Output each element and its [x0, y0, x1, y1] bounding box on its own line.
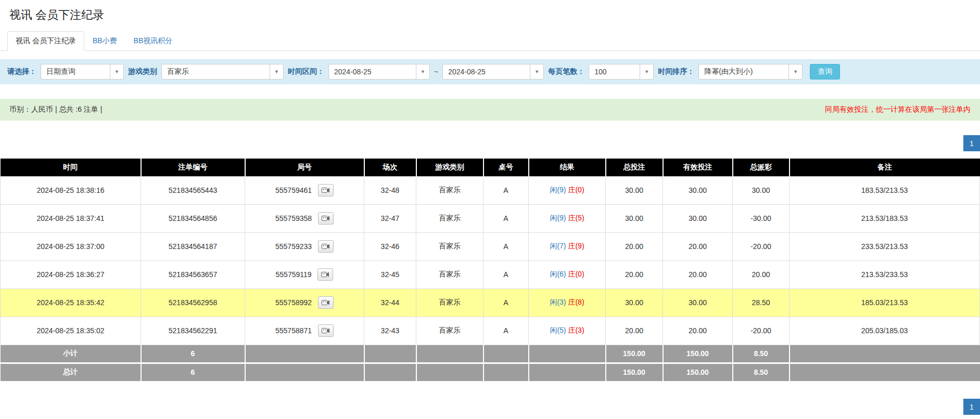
page-number-button[interactable]: 1 [963, 135, 980, 151]
game-type-value: 百家乐 [162, 67, 270, 76]
page-number-button[interactable]: 1 [963, 399, 980, 415]
total-bet-link[interactable]: 20.00 [606, 260, 663, 289]
result-player: 闲(9) [550, 214, 566, 222]
time-cell: 2024-08-25 18:36:27 [1, 260, 141, 289]
game-type-select[interactable]: 百家乐 ▼ [161, 64, 284, 80]
session-cell: 32-44 [364, 289, 416, 317]
result-cell: 闲(5) 庄(3) [529, 317, 606, 345]
video-replay-icon [322, 299, 330, 306]
date-range-label: 时间区间： [288, 67, 324, 76]
subtotal-label: 小计 [1, 345, 141, 363]
header-note: 备注 [790, 159, 980, 176]
tab-bb-video-points[interactable]: BB视讯积分 [125, 31, 181, 51]
search-button[interactable]: 查询 [810, 64, 840, 80]
chevron-down-icon[interactable]: ▼ [530, 64, 543, 79]
note-cell: 183.53/213.53 [790, 176, 980, 204]
round-id-cell: 555758992 [245, 289, 364, 317]
table-row: 2024-08-25 18:35:02 521834562291 5557588… [1, 317, 980, 345]
round-id-text: 555758871 [275, 326, 312, 335]
time-cell: 2024-08-25 18:37:00 [1, 232, 141, 260]
sort-order-select[interactable]: 降幂(由大到小) ▼ [698, 64, 803, 80]
table-row: 2024-08-25 18:37:00 521834564187 5557592… [1, 232, 980, 260]
video-replay-icon [322, 187, 330, 193]
payout-cell: 20.00 [733, 260, 790, 289]
video-replay-button[interactable] [318, 212, 334, 225]
query-type-value: 日期查询 [41, 67, 110, 76]
result-banker: 庄(0) [568, 186, 584, 194]
round-id-cell: 555759119 [245, 260, 364, 289]
summary-bar: 币别：人民币 | 总共 :6 注单 | 同局有效投注，统一计算在该局第一张注单内 [0, 99, 980, 121]
video-replay-button[interactable] [318, 296, 334, 309]
total-bet-link[interactable]: 20.00 [606, 317, 663, 345]
tab-bb-tips[interactable]: BB小费 [84, 31, 125, 51]
tab-betting-records[interactable]: 视讯 会员下注纪录 [7, 31, 84, 51]
chevron-down-icon[interactable]: ▼ [270, 64, 283, 79]
payout-cell: -20.00 [733, 317, 790, 345]
chevron-down-icon[interactable]: ▼ [640, 64, 653, 79]
valid-bet-cell: 30.00 [663, 176, 733, 204]
session-cell: 32-46 [364, 232, 416, 260]
table-no-cell: A [483, 204, 529, 232]
header-bet-id: 注单编号 [141, 159, 245, 176]
valid-bet-cell: 20.00 [663, 317, 733, 345]
result-banker: 庄(3) [568, 326, 584, 334]
round-id-text: 555759461 [275, 186, 312, 194]
subtotal-row: 小计 6 150.00 150.00 8.50 [1, 345, 980, 363]
valid-bet-cell: 30.00 [663, 204, 733, 232]
table-no-cell: A [483, 232, 529, 260]
pagination-top: 1 [0, 135, 980, 151]
session-cell: 32-43 [364, 317, 416, 345]
total-bet-link[interactable]: 20.00 [606, 232, 663, 260]
header-session: 场次 [364, 159, 416, 176]
time-cell: 2024-08-25 18:35:02 [1, 317, 141, 345]
date-to-select[interactable]: 2024-08-25 ▼ [442, 64, 544, 80]
query-type-select[interactable]: 日期查询 ▼ [41, 64, 124, 80]
game-type-label: 游戏类别 [128, 67, 157, 76]
note-cell: 233.53/213.53 [790, 232, 980, 260]
session-cell: 32-47 [364, 204, 416, 232]
table-no-cell: A [483, 176, 529, 204]
table-header-row: 时间 注单编号 局号 场次 游戏类别 桌号 结果 总投注 有效投注 总派彩 备注 [1, 159, 980, 176]
chevron-down-icon[interactable]: ▼ [416, 64, 429, 79]
total-total-bet: 150.00 [606, 363, 663, 381]
table-footer: 小计 6 150.00 150.00 8.50 总计 6 150.00 150.… [1, 345, 980, 381]
total-bet-link[interactable]: 30.00 [606, 204, 663, 232]
video-replay-button[interactable] [318, 184, 334, 197]
round-id-cell: 555759233 [245, 232, 364, 260]
subtotal-payout: 8.50 [733, 345, 790, 363]
video-replay-button[interactable] [318, 240, 334, 253]
video-replay-icon [322, 243, 330, 250]
valid-bet-cell: 20.00 [663, 232, 733, 260]
page-size-select[interactable]: 100 ▼ [589, 64, 654, 80]
bet-id-cell: 521834565443 [141, 176, 245, 204]
table-no-cell: A [483, 317, 529, 345]
bet-id-cell: 521834562958 [141, 289, 245, 317]
result-player: 闲(3) [550, 298, 566, 306]
date-to-value: 2024-08-25 [443, 68, 530, 76]
result-banker: 庄(8) [568, 298, 584, 306]
date-from-select[interactable]: 2024-08-25 ▼ [328, 64, 430, 80]
video-replay-button[interactable] [317, 268, 333, 281]
result-cell: 闲(9) 庄(5) [529, 204, 606, 232]
subtotal-count: 6 [141, 345, 245, 363]
round-id-text: 555758992 [275, 298, 312, 307]
total-bet-link[interactable]: 30.00 [606, 176, 663, 204]
chevron-down-icon[interactable]: ▼ [788, 64, 802, 79]
round-id-text: 555759119 [276, 270, 312, 279]
round-id-text: 555759358 [275, 214, 312, 222]
round-id-cell: 555759358 [245, 204, 364, 232]
round-id-cell: 555758871 [245, 317, 364, 345]
bet-id-cell: 521834564856 [141, 204, 245, 232]
betting-records-table: 时间 注单编号 局号 场次 游戏类别 桌号 结果 总投注 有效投注 总派彩 备注… [0, 159, 980, 381]
table-no-cell: A [483, 289, 529, 317]
header-payout: 总派彩 [733, 159, 790, 176]
result-banker: 庄(5) [568, 214, 584, 222]
video-replay-button[interactable] [318, 324, 334, 337]
total-bet-link[interactable]: 30.00 [606, 289, 663, 317]
video-replay-icon [321, 271, 329, 278]
page-size-value: 100 [589, 68, 640, 76]
chevron-down-icon[interactable]: ▼ [110, 64, 123, 79]
session-cell: 32-48 [364, 176, 416, 204]
payout-cell: -20.00 [733, 232, 790, 260]
pagination-bottom: 1 [0, 399, 980, 415]
